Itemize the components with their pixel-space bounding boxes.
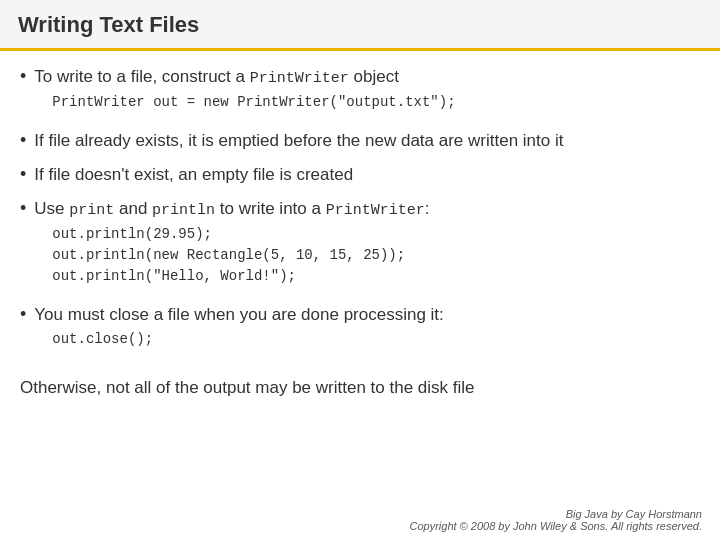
footer-line2: Copyright © 2008 by John Wiley & Sons. A… — [18, 520, 702, 532]
slide-title: Writing Text Files — [18, 12, 702, 38]
slide-content: • To write to a file, construct a PrintW… — [0, 51, 720, 504]
text-segment: Use — [34, 199, 69, 218]
inline-code: PrintWriter — [326, 202, 425, 219]
bullet-icon: • — [20, 164, 26, 185]
bullet-text: If file already exists, it is emptied be… — [34, 131, 563, 150]
bullet-text: If file doesn't exist, an empty file is … — [34, 165, 353, 184]
bullet-text: You must close a file when you are done … — [34, 305, 444, 324]
bullet-body: You must close a file when you are done … — [34, 303, 444, 357]
bullet-body: Use print and println to write into a Pr… — [34, 197, 429, 293]
text-segment: : — [425, 199, 430, 218]
code-block: PrintWriter out = new PrintWriter("outpu… — [52, 92, 455, 113]
text-segment: to write into a — [215, 199, 326, 218]
slide-footer: Big Java by Cay Horstmann Copyright © 20… — [0, 504, 720, 540]
text-segment: To write to a file, construct a — [34, 67, 249, 86]
list-item: • If file doesn't exist, an empty file i… — [20, 163, 700, 187]
bullet-body: If file doesn't exist, an empty file is … — [34, 163, 353, 187]
footer-line1: Big Java by Cay Horstmann — [18, 508, 702, 520]
inline-code: print — [69, 202, 114, 219]
bullet-icon: • — [20, 66, 26, 87]
bullet-body: If file already exists, it is emptied be… — [34, 129, 563, 153]
bullet-text: Use print and println to write into a Pr… — [34, 199, 429, 218]
bullet-icon: • — [20, 304, 26, 325]
slide: Writing Text Files • To write to a file,… — [0, 0, 720, 540]
inline-code: PrintWriter — [250, 70, 349, 87]
slide-header: Writing Text Files — [0, 0, 720, 51]
bullet-text: To write to a file, construct a PrintWri… — [34, 67, 399, 86]
text-segment: and — [114, 199, 152, 218]
code-block: out.close(); — [52, 329, 444, 350]
list-item: • Use print and println to write into a … — [20, 197, 700, 293]
list-item: • If file already exists, it is emptied … — [20, 129, 700, 153]
inline-code: println — [152, 202, 215, 219]
bullet-icon: • — [20, 198, 26, 219]
code-block: out.println(29.95); out.println(new Rect… — [52, 224, 429, 287]
bullet-body: To write to a file, construct a PrintWri… — [34, 65, 455, 119]
list-item: • To write to a file, construct a PrintW… — [20, 65, 700, 119]
otherwise-text: Otherwise, not all of the output may be … — [20, 376, 700, 400]
list-item: • You must close a file when you are don… — [20, 303, 700, 357]
bullet-icon: • — [20, 130, 26, 151]
text-segment: object — [349, 67, 399, 86]
